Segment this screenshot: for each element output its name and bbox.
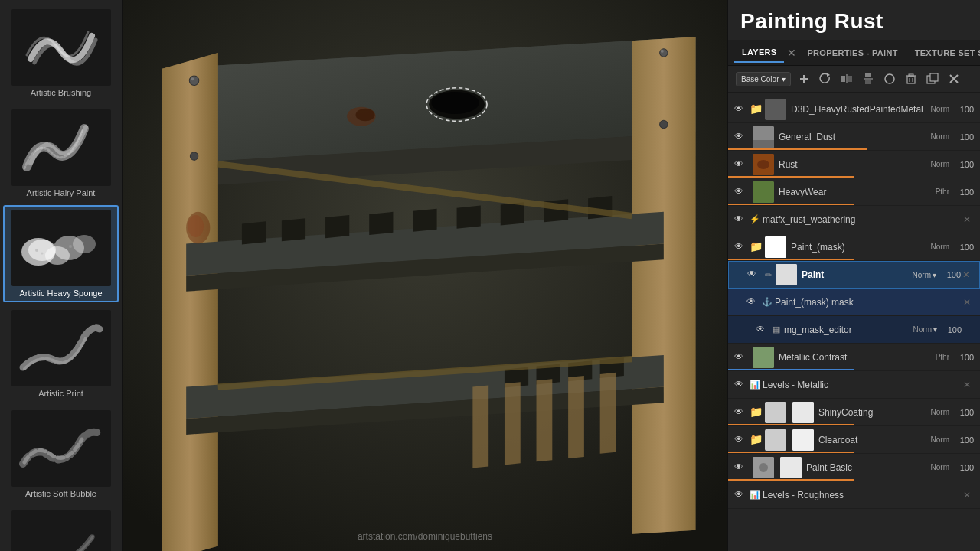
eye-icon[interactable]: 👁 xyxy=(756,324,768,336)
circle-icon[interactable] xyxy=(881,70,898,87)
layer-thumb xyxy=(765,99,786,120)
svg-point-51 xyxy=(190,152,198,160)
trash-icon[interactable] xyxy=(903,70,920,87)
eye-icon[interactable]: 👁 xyxy=(734,379,746,391)
svg-point-6 xyxy=(41,253,43,255)
delete-icon[interactable] xyxy=(946,70,962,87)
effect-icon: ⚡ xyxy=(750,214,760,225)
svg-rect-83 xyxy=(792,429,814,451)
layer-opacity: 100 xyxy=(939,270,961,279)
eye-icon[interactable]: 👁 xyxy=(734,434,746,446)
brush-item-print[interactable]: Artistic Print xyxy=(3,305,119,403)
layer-blend: Norm xyxy=(931,463,949,471)
tab-texture-set-settings[interactable]: TEXTURE SET SETTINGS xyxy=(907,44,980,62)
svg-rect-79 xyxy=(765,236,786,258)
layer-thumb xyxy=(753,154,774,175)
layer-close[interactable]: ✕ xyxy=(963,380,974,390)
eye-icon[interactable]: 👁 xyxy=(734,489,746,501)
layer-row[interactable]: 👁 Paint Basic Norm 100 xyxy=(728,454,980,481)
layer-thumb xyxy=(753,181,774,203)
eye-icon[interactable]: 👁 xyxy=(734,214,746,226)
svg-rect-81 xyxy=(753,347,774,368)
brush-item-soft-bubble[interactable]: Artistic Soft Bubble xyxy=(3,406,119,503)
layer-row[interactable]: 👁 📁 Clearcoat Norm 100 xyxy=(728,426,980,454)
layer-opacity: 100 xyxy=(940,325,962,334)
svg-point-52 xyxy=(660,120,668,128)
svg-rect-65 xyxy=(907,77,915,83)
layer-close[interactable]: ✕ xyxy=(963,214,974,225)
layer-row[interactable]: 👁 HeavyWear Pthr 100 xyxy=(728,178,980,206)
layer-row[interactable]: 👁 ▦ mg_mask_editor Norm ▾ 100 ✕ xyxy=(728,316,980,344)
svg-point-4 xyxy=(45,246,70,265)
layer-row[interactable]: 👁 📁 Paint_(mask) Norm 100 xyxy=(728,233,980,261)
layer-close[interactable]: ✕ xyxy=(963,297,974,308)
eye-icon[interactable]: 👁 xyxy=(734,241,746,253)
tab-properties-paint[interactable]: PROPERTIES - PAINT xyxy=(799,44,905,62)
svg-marker-23 xyxy=(369,212,393,235)
layer-row[interactable]: 👁 📊 Levels - Roughness ✕ xyxy=(728,481,980,509)
svg-rect-56 xyxy=(803,75,805,83)
copy-layer-icon[interactable] xyxy=(924,70,941,87)
layer-thumb xyxy=(765,402,786,423)
svg-rect-59 xyxy=(848,76,852,82)
layer-opacity: 100 xyxy=(952,243,974,252)
brush-preview-hairy-paint xyxy=(11,109,111,186)
layer-row[interactable]: 👁 📁 ShinyCoating Norm 100 xyxy=(728,399,980,426)
svg-point-43 xyxy=(431,92,479,114)
bars-icon: 📊 xyxy=(750,490,760,500)
flip-v-icon[interactable] xyxy=(860,70,877,87)
layer-row[interactable]: 👁 ⚓ Paint_(mask) mask ✕ xyxy=(728,289,980,316)
eye-icon[interactable]: 👁 xyxy=(734,351,746,364)
layer-row[interactable]: 👁 General_Dust Norm 100 xyxy=(728,123,980,151)
brush-item-hairy-paint[interactable]: Artistic Hairy Paint xyxy=(3,105,119,202)
layer-close[interactable]: ✕ xyxy=(963,490,974,500)
layer-thumb xyxy=(765,429,786,451)
eye-icon[interactable]: 👁 xyxy=(746,296,759,308)
toolbar-row: Base Color ▾ xyxy=(728,66,980,93)
eye-icon[interactable]: 👁 xyxy=(734,131,746,143)
svg-point-47 xyxy=(189,76,198,85)
layer-row[interactable]: 👁 ⚡ matfx_rust_weathering ✕ xyxy=(728,206,980,233)
layer-blend: Norm xyxy=(913,325,932,334)
tab-layers[interactable]: LAYERS xyxy=(734,43,784,63)
rotate-icon[interactable] xyxy=(817,70,834,87)
svg-marker-22 xyxy=(325,215,349,238)
brush-panel: Artistic Brushing Artistic Hairy Paint xyxy=(0,0,122,551)
layer-thumb xyxy=(753,457,774,478)
add-layer-icon[interactable] xyxy=(795,70,812,87)
svg-marker-38 xyxy=(568,376,584,458)
brush-item-brushing[interactable]: Artistic Brushing xyxy=(3,5,119,102)
svg-point-48 xyxy=(191,77,194,80)
layers-list: 👁 📁 D3D_HeavyRustedPaintedMetal Norm 100… xyxy=(728,93,980,551)
layer-name: HeavyWear xyxy=(779,187,933,197)
layer-row[interactable]: 👁 Rust Norm 100 xyxy=(728,151,980,178)
eye-icon[interactable]: 👁 xyxy=(734,406,746,419)
svg-point-8 xyxy=(81,242,83,244)
layer-opacity: 100 xyxy=(952,353,974,362)
layer-close[interactable]: ✕ xyxy=(962,269,973,280)
layer-row-paint[interactable]: 👁 ✏ Paint Norm ▾ 100 ✕ xyxy=(728,261,980,289)
layer-blend: Norm xyxy=(931,435,949,444)
flip-h-icon[interactable] xyxy=(838,70,855,87)
brush-item-heavy-sponge[interactable]: Artistic Heavy Sponge xyxy=(3,205,119,302)
layer-row[interactable]: 👁 📁 D3D_HeavyRustedPaintedMetal Norm 100 xyxy=(728,96,980,123)
layer-opacity: 100 xyxy=(952,187,974,197)
svg-point-41 xyxy=(356,109,375,122)
layer-name: Clearcoat xyxy=(818,435,928,445)
eye-icon[interactable]: 👁 xyxy=(734,186,746,198)
base-color-dropdown[interactable]: Base Color ▾ xyxy=(736,72,791,86)
layer-blend: Pthr xyxy=(936,353,949,361)
layer-row[interactable]: 👁 Metallic Contrast Pthr 100 xyxy=(728,344,980,371)
layer-row[interactable]: 👁 📊 Levels - Metallic ✕ xyxy=(728,371,980,399)
layer-opacity: 100 xyxy=(952,160,974,169)
svg-rect-71 xyxy=(930,73,938,81)
eye-icon[interactable]: 👁 xyxy=(747,269,760,281)
viewport[interactable]: artstation.com/dominiquebuttiens xyxy=(122,0,727,551)
layer-opacity: 100 xyxy=(952,408,974,417)
brush-item-d3d[interactable]: *D3D: Domin… xyxy=(3,506,119,551)
tab-layers-close[interactable]: ✕ xyxy=(786,47,798,59)
svg-point-85 xyxy=(759,463,768,472)
eye-icon[interactable]: 👁 xyxy=(734,158,746,171)
eye-icon[interactable]: 👁 xyxy=(734,103,746,116)
eye-icon[interactable]: 👁 xyxy=(734,461,746,474)
